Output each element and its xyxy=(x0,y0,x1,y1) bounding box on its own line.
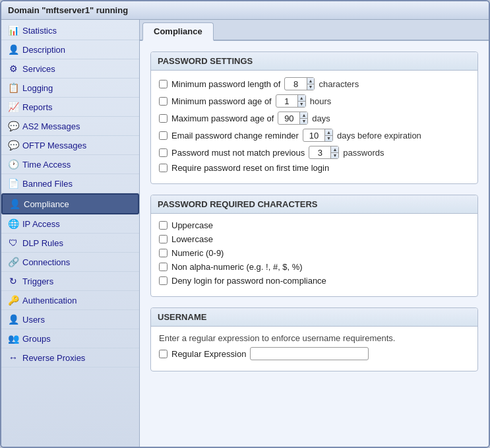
email-reminder-down[interactable]: ▼ xyxy=(325,136,332,142)
regex-label: Regular Expression xyxy=(171,349,246,359)
email-reminder-checkbox[interactable] xyxy=(159,131,168,140)
max-age-checkbox[interactable] xyxy=(159,114,168,123)
email-reminder-value: 10 xyxy=(303,131,324,141)
email-reminder-row: Email password change reminder 10 ▲ ▼ da… xyxy=(159,129,470,142)
uppercase-label: Uppercase xyxy=(171,220,213,230)
sidebar-item-compliance[interactable]: 👤Compliance xyxy=(1,193,139,214)
connections-icon: 🔗 xyxy=(8,257,18,267)
sidebar-item-label-triggers: Triggers xyxy=(22,276,53,286)
sidebar-item-label-time-access: Time Access xyxy=(22,160,71,170)
no-match-prev-value: 3 xyxy=(309,148,330,158)
min-length-checkbox[interactable] xyxy=(159,80,168,88)
title-bar: Domain "mftserver1" running xyxy=(1,1,489,20)
min-age-up[interactable]: ▲ xyxy=(298,95,305,102)
password-settings-section: PASSWORD SETTINGS Minimum password lengt… xyxy=(150,51,478,184)
services-icon: ⚙ xyxy=(8,63,18,74)
sidebar-item-reports[interactable]: 📈Reports xyxy=(1,98,139,117)
min-length-value: 8 xyxy=(285,79,306,89)
no-match-prev-checkbox[interactable] xyxy=(159,148,168,157)
password-settings-title: PASSWORD SETTINGS xyxy=(151,52,477,71)
max-age-unit: days xyxy=(312,113,330,123)
password-req-chars-body: Uppercase Lowercase Numeric (0-9) N xyxy=(151,214,477,296)
no-match-prev-row: Password must not match previous 3 ▲ ▼ p… xyxy=(159,146,470,159)
max-age-row: Maximum password age of 90 ▲ ▼ days xyxy=(159,112,470,125)
no-match-prev-down[interactable]: ▼ xyxy=(331,153,338,159)
sidebar-item-services[interactable]: ⚙Services xyxy=(1,59,139,79)
lowercase-checkbox[interactable] xyxy=(159,235,168,243)
content-area: Compliance PASSWORD SETTINGS Minimum pas… xyxy=(140,20,489,447)
regex-checkbox[interactable] xyxy=(159,350,168,358)
sidebar-item-label-description: Description xyxy=(22,45,65,55)
sidebar-item-authentication[interactable]: 🔑Authentication xyxy=(1,291,139,310)
sidebar: 📊Statistics👤Description⚙Services📋Logging… xyxy=(1,20,140,447)
max-age-spinner[interactable]: 90 ▲ ▼ xyxy=(278,112,308,125)
sidebar-item-groups[interactable]: 👥Groups xyxy=(1,329,139,348)
min-age-down[interactable]: ▼ xyxy=(298,102,305,108)
sidebar-item-banned-files[interactable]: 📄Banned Files xyxy=(1,174,139,193)
deny-login-label: Deny login for password non-compliance xyxy=(171,276,326,286)
min-age-spinner[interactable]: 1 ▲ ▼ xyxy=(276,94,306,108)
sidebar-item-label-services: Services xyxy=(22,64,55,74)
deny-login-checkbox[interactable] xyxy=(159,276,168,285)
numeric-label: Numeric (0-9) xyxy=(171,248,224,258)
sidebar-item-time-access[interactable]: 🕐Time Access xyxy=(1,155,139,174)
logging-icon: 📋 xyxy=(8,82,18,93)
no-match-prev-spinner[interactable]: 3 ▲ ▼ xyxy=(309,146,339,159)
min-length-up[interactable]: ▲ xyxy=(307,78,315,84)
max-age-up[interactable]: ▲ xyxy=(300,112,307,119)
sidebar-item-description[interactable]: 👤Description xyxy=(1,40,139,59)
reports-icon: 📈 xyxy=(8,102,18,112)
sidebar-item-reverse-proxies[interactable]: ↔Reverse Proxies xyxy=(1,348,139,368)
min-length-spinner[interactable]: 8 ▲ ▼ xyxy=(284,77,315,90)
sidebar-item-label-as2-messages: AS2 Messages xyxy=(22,121,80,131)
sidebar-item-label-connections: Connections xyxy=(22,257,70,267)
users-icon: 👤 xyxy=(8,314,18,325)
username-description: Enter a regular expression to enforce us… xyxy=(159,333,470,343)
sidebar-item-triggers[interactable]: ↻Triggers xyxy=(1,272,139,291)
panel: PASSWORD SETTINGS Minimum password lengt… xyxy=(140,41,489,393)
lowercase-row: Lowercase xyxy=(159,234,470,244)
sidebar-item-ip-access[interactable]: 🌐IP Access xyxy=(1,214,139,234)
sidebar-item-statistics[interactable]: 📊Statistics xyxy=(1,21,139,40)
email-reminder-up[interactable]: ▲ xyxy=(325,129,332,136)
lowercase-label: Lowercase xyxy=(171,234,213,244)
sidebar-item-dlp-rules[interactable]: 🛡DLP Rules xyxy=(1,234,139,253)
sidebar-item-label-authentication: Authentication xyxy=(22,296,77,305)
non-alpha-checkbox[interactable] xyxy=(159,263,168,271)
sidebar-item-label-groups: Groups xyxy=(22,334,51,344)
min-length-down[interactable]: ▼ xyxy=(307,84,315,90)
sidebar-item-label-banned-files: Banned Files xyxy=(22,179,73,189)
dlp-rules-icon: 🛡 xyxy=(8,238,18,248)
sidebar-item-users[interactable]: 👤Users xyxy=(1,310,139,329)
sidebar-item-connections[interactable]: 🔗Connections xyxy=(1,253,139,272)
password-settings-body: Minimum password length of 8 ▲ ▼ charact… xyxy=(151,71,477,183)
uppercase-checkbox[interactable] xyxy=(159,221,168,230)
username-body: Enter a regular expression to enforce us… xyxy=(151,327,477,371)
sidebar-item-as2-messages[interactable]: 💬AS2 Messages xyxy=(1,117,139,136)
deny-login-row: Deny login for password non-compliance xyxy=(159,276,470,286)
as2-messages-icon: 💬 xyxy=(8,121,18,131)
no-match-prev-up[interactable]: ▲ xyxy=(331,146,338,153)
require-reset-checkbox[interactable] xyxy=(159,164,168,172)
numeric-checkbox[interactable] xyxy=(159,249,168,257)
email-reminder-spinner[interactable]: 10 ▲ ▼ xyxy=(303,129,333,142)
min-age-value: 1 xyxy=(276,96,297,106)
min-age-checkbox[interactable] xyxy=(159,97,168,106)
min-age-label: Minimum password age of xyxy=(171,96,272,106)
sidebar-item-label-ip-access: IP Access xyxy=(22,219,60,229)
sidebar-item-oftp-messages[interactable]: 💬OFTP Messages xyxy=(1,136,139,155)
no-match-prev-unit: passwords xyxy=(343,148,384,158)
main-window: Domain "mftserver1" running 📊Statistics👤… xyxy=(0,0,490,448)
tab-compliance[interactable]: Compliance xyxy=(142,22,214,41)
ip-access-icon: 🌐 xyxy=(8,218,18,229)
sidebar-item-label-reverse-proxies: Reverse Proxies xyxy=(22,353,85,363)
regex-input[interactable] xyxy=(250,347,369,360)
banned-files-icon: 📄 xyxy=(8,178,18,189)
main-layout: 📊Statistics👤Description⚙Services📋Logging… xyxy=(1,20,489,447)
sidebar-item-label-compliance: Compliance xyxy=(24,199,69,209)
max-age-down[interactable]: ▼ xyxy=(300,119,307,125)
sidebar-item-label-reports: Reports xyxy=(22,102,53,112)
sidebar-item-label-users: Users xyxy=(22,315,45,325)
sidebar-item-logging[interactable]: 📋Logging xyxy=(1,79,139,98)
max-age-label: Maximum password age of xyxy=(171,113,274,123)
